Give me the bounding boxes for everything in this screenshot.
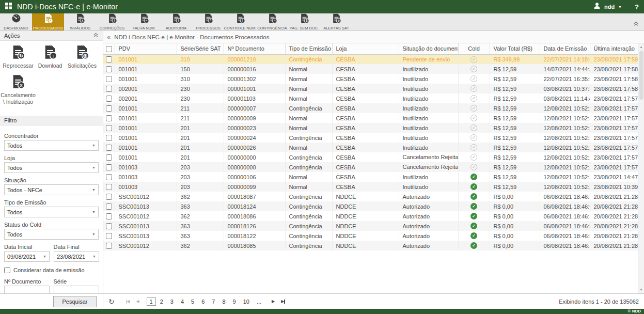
table-row[interactable]: SSC001012362000018085ContingênciaNDDCEAu…: [103, 241, 638, 250]
tab-correcoes[interactable]: / CORREÇÕES: [96, 13, 128, 30]
row-checkbox[interactable]: [106, 164, 112, 170]
column-header-cold[interactable]: Cold: [458, 43, 490, 54]
row-checkbox[interactable]: [106, 184, 112, 190]
column-header-data-de-emissao[interactable]: Data de Emissão: [540, 43, 590, 54]
table-row[interactable]: SSC001013363000018124ContingênciaNDDCEAu…: [103, 201, 638, 211]
row-checkbox[interactable]: [106, 243, 112, 249]
column-header-pdv[interactable]: PDV: [115, 43, 177, 54]
row-checkbox[interactable]: [106, 213, 112, 219]
tab-invalidos[interactable]: x INVÁLIDOS: [64, 13, 96, 30]
table-row[interactable]: 001001211000000007ContingênciaCESBAInuti…: [103, 103, 638, 113]
page-button-3[interactable]: 3: [167, 297, 177, 306]
column-header-ultima-interacao[interactable]: Última interação: [590, 43, 638, 54]
table-row[interactable]: 001001201000000023NormalCESBAInutilizado…: [103, 123, 638, 133]
numero-documento-input[interactable]: [4, 286, 50, 293]
tab-dashboard[interactable]: DASHBOARD: [0, 13, 32, 30]
tipo-de-emissao-select[interactable]: Todos▼: [4, 207, 99, 217]
table-row[interactable]: SSC001012362000018086ContingênciaNDDCEAu…: [103, 211, 638, 221]
row-checkbox[interactable]: [106, 56, 112, 62]
tab-auditoria[interactable]: i AUDITORIA: [160, 13, 192, 30]
page-button-4[interactable]: 4: [178, 297, 187, 306]
tab-pag-sem-doc[interactable]: $ PAG. SEM DOC.: [288, 13, 320, 30]
row-checkbox[interactable]: [106, 105, 112, 112]
user-name[interactable]: ndd: [604, 4, 615, 10]
collapse-toolbar-icon[interactable]: [633, 19, 639, 28]
tab-processos[interactable]: * PROCESSOS: [192, 13, 224, 30]
chevron-down-icon[interactable]: ▼: [89, 229, 98, 239]
row-checkbox[interactable]: [106, 223, 112, 229]
collapse-sidebar-icon[interactable]: «: [103, 33, 114, 41]
next-page-button[interactable]: ▶: [270, 298, 277, 305]
row-checkbox[interactable]: [106, 86, 112, 92]
page-button-10[interactable]: 10: [240, 297, 253, 306]
chevron-down-icon[interactable]: ▼: [89, 163, 98, 172]
select-all-checkbox[interactable]: [106, 46, 112, 52]
refresh-icon[interactable]: ↻: [108, 297, 115, 306]
tab-falha-num[interactable]: − FALHA NUM.: [128, 13, 160, 30]
page-button-2[interactable]: 2: [157, 297, 166, 306]
scroll-down-icon[interactable]: ▼: [640, 286, 643, 293]
column-header-n-documento[interactable]: Nº Documento: [224, 43, 285, 54]
serie-input[interactable]: [54, 286, 99, 293]
table-row[interactable]: 001003203000000106NormalCESBAInutilizado…: [103, 172, 638, 182]
solicitacoes-button[interactable]: ◎ Solicitações: [66, 45, 98, 69]
page-button-[interactable]: ...: [254, 297, 264, 306]
chevron-down-icon[interactable]: ▼: [89, 140, 98, 150]
row-checkbox[interactable]: [106, 135, 112, 141]
table-row[interactable]: 001001201000000026NormalCESBAInutilizado…: [103, 143, 638, 152]
table-row[interactable]: 002001230000001103NormalCESBAInutilizado…: [103, 93, 638, 103]
tab-contingencia[interactable]: ≈ CONTINGÊNCIA: [256, 13, 288, 30]
page-button-5[interactable]: 5: [188, 297, 197, 306]
table-row[interactable]: 001001310000001302NormalCESBAInutilizado…: [103, 74, 638, 84]
column-header-tipo-de-emissao[interactable]: Tipo de Emissão: [285, 43, 332, 54]
considerar-data-emissao-checkbox[interactable]: [4, 267, 10, 273]
concentrador-select[interactable]: Todos▼: [4, 140, 99, 151]
table-row[interactable]: SSC001012362000018087ContingênciaNDDCEAu…: [103, 192, 638, 201]
collapse-actions-icon[interactable]: [93, 33, 99, 39]
table-row[interactable]: 001001150000000016NormalCESBAInutilizado…: [103, 64, 638, 74]
table-row[interactable]: SSC001013363000018126ContingênciaNDDCEAu…: [103, 221, 638, 231]
table-row[interactable]: 002001230000001001NormalCESBAInutilizado…: [103, 84, 638, 93]
page-button-9[interactable]: 9: [230, 297, 239, 306]
status-do-cold-select[interactable]: Todos▼: [4, 229, 99, 240]
column-header-situacao-do-documento[interactable]: Situação do documento: [399, 43, 458, 54]
tab-controle-num[interactable]: ! CONTROLE NUM.: [224, 13, 256, 30]
table-row[interactable]: 001001201000000024ContingênciaCESBAInuti…: [103, 133, 638, 143]
row-checkbox[interactable]: [106, 154, 112, 161]
table-row[interactable]: SSC001013363000018122ContingênciaNDDCEAu…: [103, 231, 638, 241]
table-row[interactable]: 001001201000000000ContingênciaCESBACance…: [103, 152, 638, 162]
row-checkbox[interactable]: [106, 115, 112, 121]
row-checkbox[interactable]: [106, 174, 112, 180]
data-final-select[interactable]: 23/08/2021▼: [54, 251, 99, 262]
page-button-6[interactable]: 6: [198, 297, 208, 306]
table-row[interactable]: 001003203000000099NormalCESBAInutilizado…: [103, 182, 638, 192]
download-button[interactable]: ↓ Download: [34, 45, 66, 69]
page-button-8[interactable]: 8: [219, 297, 228, 306]
chevron-down-icon[interactable]: ▼: [89, 207, 98, 217]
vertical-scrollbar[interactable]: ▲ ▼: [638, 43, 644, 293]
cancelamento-button[interactable]: x Cancelamento \ Inutilização: [2, 74, 34, 105]
row-checkbox[interactable]: [106, 194, 112, 200]
tab-processados[interactable]: ✓ PROCESSADOS: [32, 13, 64, 30]
loja-select[interactable]: Todos▼: [4, 162, 99, 173]
column-header-valor-total-r[interactable]: Valor Total (R$): [490, 43, 540, 54]
chevron-down-icon[interactable]: ▼: [40, 252, 49, 261]
row-checkbox[interactable]: [106, 233, 112, 239]
column-header-loja[interactable]: Loja: [332, 43, 399, 54]
previous-page-button[interactable]: ◀: [134, 298, 141, 305]
chevron-down-icon[interactable]: ▼: [90, 252, 99, 261]
help-button[interactable]: ?: [635, 3, 639, 11]
row-checkbox[interactable]: [106, 203, 112, 210]
situacao-select[interactable]: Todos - NFCe▼: [4, 184, 99, 195]
table-row[interactable]: 001001310000001210ContingênciaCESBAPende…: [103, 54, 638, 64]
first-page-button[interactable]: ◀: [124, 298, 132, 305]
table-row[interactable]: 001003203000000000ContingênciaCESBACance…: [103, 162, 638, 172]
page-button-7[interactable]: 7: [209, 297, 218, 306]
last-page-button[interactable]: ▶: [279, 298, 287, 305]
row-checkbox[interactable]: [106, 96, 112, 102]
row-checkbox[interactable]: [106, 66, 112, 72]
user-menu-caret-icon[interactable]: ▼: [618, 5, 622, 9]
search-button[interactable]: Pesquisar: [53, 296, 97, 307]
reprocessar-button[interactable]: ↻ Reprocessar: [2, 45, 34, 69]
column-header-serie-serie-sat[interactable]: Série/Série SAT: [177, 43, 224, 54]
